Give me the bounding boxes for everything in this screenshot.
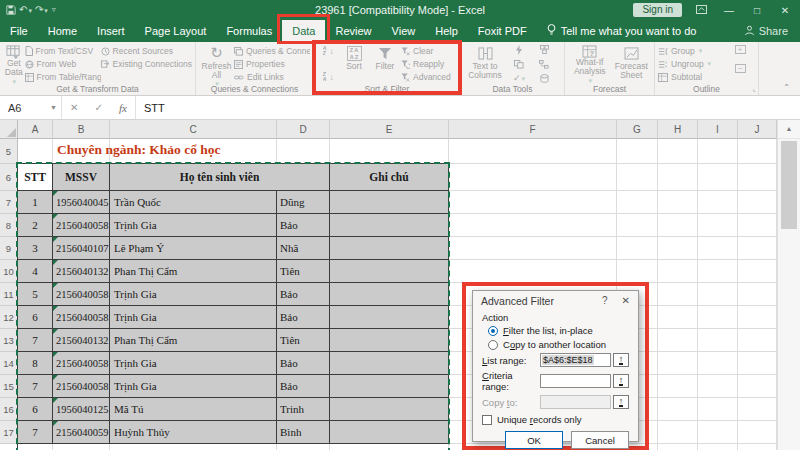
queries-connections-button[interactable]: Queries & Connections	[234, 45, 310, 57]
show-detail-icon[interactable]: +	[735, 45, 746, 54]
consolidate-icon[interactable]	[540, 45, 549, 54]
advanced-filter-button[interactable]: Advanced	[401, 71, 453, 83]
grid-cell[interactable]	[738, 329, 777, 352]
column-header[interactable]: G	[617, 120, 658, 139]
relationships-icon[interactable]	[539, 60, 549, 69]
grid-cell[interactable]	[698, 421, 738, 444]
grid-cell[interactable]	[617, 139, 658, 164]
table-cell-mssv[interactable]: 1956040045	[53, 191, 110, 214]
table-cell-given-name[interactable]: Bảo	[277, 306, 330, 329]
grid-cell[interactable]	[738, 444, 777, 450]
table-cell-given-name[interactable]: Bảo	[277, 214, 330, 237]
column-header[interactable]: F	[449, 120, 617, 139]
table-cell-mssv[interactable]: 2156040058	[53, 214, 110, 237]
grid-cell[interactable]	[330, 139, 449, 164]
table-header-mssv[interactable]: MSSV	[53, 164, 110, 191]
manage-data-model-icon[interactable]	[540, 74, 549, 83]
scrollbar-thumb[interactable]	[781, 141, 797, 229]
grid-cell[interactable]	[53, 444, 110, 450]
column-header[interactable]: E	[330, 120, 449, 139]
column-header[interactable]: J	[738, 120, 777, 139]
table-cell-given-name[interactable]: Tiên	[277, 329, 330, 352]
row-header[interactable]: 7	[0, 191, 18, 214]
copy-to-range-selector-icon[interactable]: ↑	[613, 395, 629, 409]
criteria-range-input[interactable]	[540, 374, 611, 388]
grid-cell[interactable]	[738, 398, 777, 421]
vertical-scrollbar[interactable]: ▲	[777, 120, 800, 450]
table-cell-name[interactable]: Trịnh Gia	[110, 306, 277, 329]
grid-cell[interactable]	[449, 260, 617, 283]
grid-cell[interactable]	[738, 237, 777, 260]
grid-cell[interactable]	[658, 237, 698, 260]
grid-cell[interactable]	[698, 237, 738, 260]
hide-detail-icon[interactable]: −	[735, 64, 746, 73]
grid-cell[interactable]	[330, 444, 449, 450]
row-header[interactable]: 5	[0, 139, 18, 164]
refresh-all-button[interactable]: ↻ Refresh All▾	[199, 44, 234, 84]
grid-cell[interactable]	[698, 398, 738, 421]
table-cell-note[interactable]	[330, 214, 449, 237]
row-header[interactable]: 16	[0, 398, 18, 421]
row-header[interactable]: 17	[0, 421, 18, 444]
row-header[interactable]: 14	[0, 352, 18, 375]
table-cell-given-name[interactable]: Trinh	[277, 398, 330, 421]
grid-cell[interactable]	[698, 283, 738, 306]
redo-icon[interactable]: ↷▾	[35, 5, 48, 15]
undo-icon[interactable]: ↶▾	[19, 5, 32, 15]
table-cell-mssv[interactable]: 2156040132	[53, 260, 110, 283]
ungroup-button[interactable]: Ungroup▾	[658, 58, 730, 70]
grid-cell[interactable]	[698, 164, 738, 191]
table-cell-given-name[interactable]: Bình	[277, 421, 330, 444]
table-cell-note[interactable]	[330, 329, 449, 352]
table-cell-note[interactable]	[330, 237, 449, 260]
group-button[interactable]: Group▾	[658, 45, 730, 57]
grid-cell[interactable]	[658, 139, 698, 164]
table-cell-name[interactable]: Trịnh Gia	[110, 352, 277, 375]
name-box[interactable]: A6 ▼	[0, 96, 62, 119]
column-header[interactable]: B	[53, 120, 110, 139]
table-cell-name[interactable]: Phan Thị Cẩm	[110, 260, 277, 283]
grid-cell[interactable]	[738, 191, 777, 214]
grid-cell[interactable]	[277, 444, 330, 450]
insert-function-icon[interactable]: fx	[119, 102, 127, 114]
grid-cell[interactable]	[449, 214, 617, 237]
radio-filter-in-place[interactable]	[488, 326, 498, 336]
grid-cell[interactable]	[738, 139, 777, 164]
table-cell-name[interactable]: Phan Thị Cẩm	[110, 329, 277, 352]
grid-cell[interactable]	[658, 329, 698, 352]
row-header[interactable]: 6	[0, 164, 18, 191]
table-header-stt[interactable]: STT	[18, 164, 53, 191]
grid-cell[interactable]	[449, 139, 617, 164]
tab-help[interactable]: Help	[425, 20, 468, 42]
list-range-selector-icon[interactable]: ↑	[613, 353, 629, 367]
text-to-columns-button[interactable]: Text to Columns	[464, 44, 506, 84]
tab-review[interactable]: Review	[325, 20, 381, 42]
table-cell-name[interactable]: Trịnh Gia	[110, 375, 277, 398]
table-cell-stt[interactable]: 8	[18, 352, 53, 375]
table-cell-mssv[interactable]: 2156040132	[53, 329, 110, 352]
table-cell-stt[interactable]: 2	[18, 214, 53, 237]
close-icon[interactable]: ✕	[776, 5, 794, 16]
row-header[interactable]: 13	[0, 329, 18, 352]
grid-cell[interactable]	[617, 214, 658, 237]
grid-cell[interactable]	[658, 421, 698, 444]
column-header[interactable]: I	[698, 120, 738, 139]
table-cell-given-name[interactable]: Dũng	[277, 191, 330, 214]
tab-file[interactable]: File	[0, 20, 38, 42]
table-cell-mssv[interactable]: 2156040059	[53, 421, 110, 444]
table-cell-mssv[interactable]: 2156040058	[53, 306, 110, 329]
dialog-launcher-icon[interactable]: ⌞	[753, 85, 756, 93]
grid-cell[interactable]	[738, 306, 777, 329]
tab-foxit-pdf[interactable]: Foxit PDF	[468, 20, 537, 42]
recent-sources-button[interactable]: Recent Sources	[101, 45, 192, 57]
grid-cell[interactable]	[658, 164, 698, 191]
grid-cell[interactable]	[18, 444, 53, 450]
criteria-range-selector-icon[interactable]: ↑	[613, 374, 629, 388]
grid-cell[interactable]	[449, 237, 617, 260]
share-button[interactable]: Share	[732, 20, 800, 42]
worksheet[interactable]: ABCDEFGHIJ567891011121314151617Chuyên ng…	[0, 120, 800, 450]
column-header[interactable]: D	[277, 120, 330, 139]
column-header[interactable]: C	[110, 120, 277, 139]
grid-cell[interactable]	[738, 352, 777, 375]
tab-insert[interactable]: Insert	[87, 20, 135, 42]
